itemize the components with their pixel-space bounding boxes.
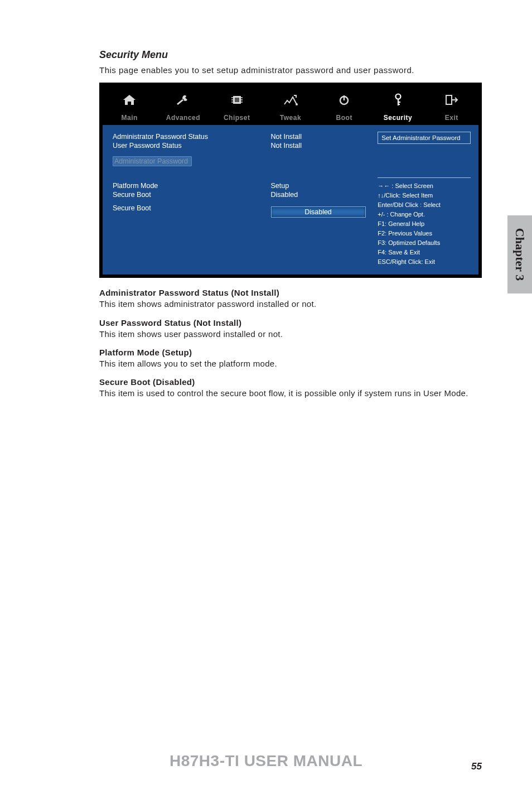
tab-tweak: Tweak xyxy=(264,112,317,125)
tweak-icon xyxy=(264,89,317,110)
secure-boot-select: Disabled xyxy=(271,206,366,218)
wrench-icon xyxy=(156,89,210,110)
secure-boot-description: Secure Boot (Disabled) This item is used… xyxy=(99,377,482,399)
secure-boot-state-value: Disabled xyxy=(271,191,368,199)
chapter-label: Chapter 3 xyxy=(512,228,527,281)
description-heading: User Password Status (Not Install) xyxy=(99,318,482,328)
bios-icon-row xyxy=(103,86,478,112)
help-line: F4: Save & Exit xyxy=(378,248,471,257)
svg-rect-15 xyxy=(446,95,452,104)
help-line: Enter/Dbl Click : Select xyxy=(378,200,471,210)
help-line: +/- : Change Opt. xyxy=(378,210,471,219)
administrator-password-item: Administrator Password xyxy=(113,156,192,166)
bios-screenshot: Main Advanced Chipset Tweak Boot Securit… xyxy=(99,83,482,278)
tab-chipset: Chipset xyxy=(210,112,264,125)
tab-advanced: Advanced xyxy=(156,112,210,125)
help-description: Set Administrator Password xyxy=(378,132,471,144)
description-body: This item shows administrator password i… xyxy=(99,299,482,310)
admin-pw-description: Administrator Password Status (Not Insta… xyxy=(99,288,482,310)
svg-point-8 xyxy=(296,103,298,105)
help-line: ESC/Right Click: Exit xyxy=(378,257,471,267)
description-body: This item is used to control the secure … xyxy=(99,388,482,399)
platform-mode-label: Platform Mode xyxy=(113,182,271,190)
help-line: F3: Optimized Defaults xyxy=(378,238,471,248)
chapter-tab: Chapter 3 xyxy=(507,215,532,293)
home-icon xyxy=(103,89,156,110)
svg-rect-1 xyxy=(235,98,239,102)
help-line: F2: Previous Values xyxy=(378,229,471,238)
user-pw-description: User Password Status (Not Install) This … xyxy=(99,318,482,340)
admin-pw-status-label: Administrator Password Status xyxy=(113,133,271,141)
power-icon xyxy=(317,89,371,110)
help-keys: →← : Select Screen ↑↓/Click: Select Item… xyxy=(378,177,471,267)
user-pw-status-label: User Password Status xyxy=(113,142,271,150)
key-icon xyxy=(371,89,424,110)
platform-mode-description: Platform Mode (Setup) This item allows y… xyxy=(99,348,482,369)
intro-text: This page enables you to set setup admin… xyxy=(99,65,482,75)
help-line: ↑↓/Click: Select Item xyxy=(378,191,471,200)
help-line: F1: General Help xyxy=(378,219,471,229)
chip-icon xyxy=(210,89,264,110)
svg-point-11 xyxy=(395,94,400,99)
exit-icon xyxy=(425,89,478,110)
help-line: →← : Select Screen xyxy=(378,181,471,191)
description-heading: Secure Boot (Disabled) xyxy=(99,377,482,387)
bios-tabs: Main Advanced Chipset Tweak Boot Securit… xyxy=(103,112,478,125)
admin-pw-status-value: Not Install xyxy=(271,133,368,141)
tab-exit: Exit xyxy=(425,112,478,125)
platform-mode-value: Setup xyxy=(271,182,368,190)
tab-boot: Boot xyxy=(317,112,371,125)
secure-boot-option-label: Secure Boot xyxy=(113,204,271,218)
page-number: 55 xyxy=(471,761,482,772)
secure-boot-state-label: Secure Boot xyxy=(113,191,271,199)
section-title: Security Menu xyxy=(99,49,482,61)
manual-title: H87H3-TI USER MANUAL xyxy=(0,752,532,770)
user-pw-status-value: Not Install xyxy=(271,142,368,150)
tab-security: Security xyxy=(371,112,424,125)
description-body: This item shows user password installed … xyxy=(99,329,482,340)
tab-main: Main xyxy=(103,112,156,125)
description-body: This item allows you to set the platform… xyxy=(99,358,482,369)
description-heading: Platform Mode (Setup) xyxy=(99,348,482,357)
description-heading: Administrator Password Status (Not Insta… xyxy=(99,288,482,297)
